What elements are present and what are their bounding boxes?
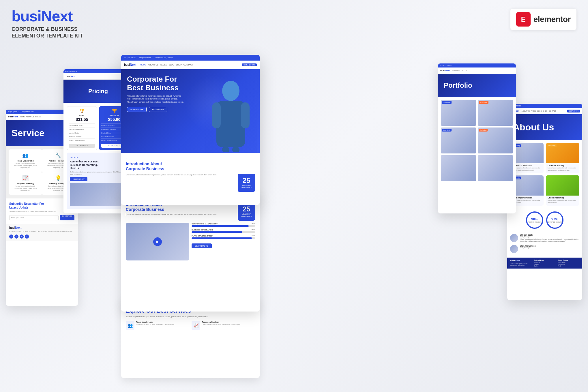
hero-section: Corporate For Best Business Nulla aspert… bbox=[121, 69, 260, 153]
about-top-bar: +01 (377) 3569 12 bbox=[507, 104, 582, 108]
linkedin-icon[interactable]: li bbox=[25, 235, 29, 239]
get-quote-button[interactable]: GET A QUOTE bbox=[242, 63, 257, 66]
twitter-icon[interactable]: t bbox=[14, 235, 18, 239]
about-header: About Us bbox=[507, 114, 582, 140]
elementor-text: elementor bbox=[533, 15, 571, 24]
skill-fill bbox=[192, 225, 249, 227]
nav-items: HOME ABOUT US PAGES BLOG SHOP CONTACT bbox=[140, 64, 193, 66]
skill-row: CORPORATING MANAGEMENT 90% bbox=[192, 223, 255, 227]
skill-bar: 80% bbox=[192, 231, 255, 233]
pricing-title: Pricing bbox=[88, 88, 108, 95]
svg-rect-2 bbox=[212, 102, 221, 128]
service-item: 📈 Progress Strategy Lorem ipsum dolor si… bbox=[9, 172, 42, 195]
years-experience: 25 YEARS OFEXPERIENCE bbox=[238, 174, 255, 192]
pricing-basic: 🏆 BASIC $31.55 Backup And Sync Limited O… bbox=[67, 106, 97, 150]
basic-features: Backup And Sync Limited Of Budgets Limit… bbox=[69, 123, 95, 141]
hero-nav: busiNext HOME ABOUT US PAGES BLOG SHOP C… bbox=[121, 61, 260, 69]
testimonial-item: William Scott CEO, Manager "Quod blandit… bbox=[510, 234, 579, 243]
service-title: Service bbox=[12, 128, 44, 138]
brand-tagline: CORPORATE & BUSINESS ELEMENTOR TEMPLATE … bbox=[12, 26, 83, 40]
basic-icon: 🏆 bbox=[69, 109, 95, 113]
learn-more-button[interactable]: LEARN MORE bbox=[127, 107, 147, 112]
service-item: 👥 Team Leadership Lorem ipsum dolor sit … bbox=[9, 149, 42, 172]
years-badge: 25 YEARS OFEXPERIENCE bbox=[238, 202, 255, 221]
portfolio-title: Portfolio bbox=[444, 81, 472, 89]
pricing-columns: 🏆 BASIC $31.55 Backup And Sync Limited O… bbox=[67, 106, 129, 150]
business-intro-card: 〜〜〜 Introduction About Corporate Busines… bbox=[121, 190, 260, 312]
stat-positive-reviews: 90% POSITIVE REVIEWS bbox=[526, 211, 543, 229]
basic-get-started-button[interactable]: GET STARTED bbox=[69, 144, 95, 148]
skill-row: BUSINESS INTEGRATION 80% bbox=[192, 229, 255, 233]
portfolio-top-bar: +01 (377) 3569 12 bbox=[438, 63, 516, 67]
skill-fill bbox=[192, 231, 242, 233]
newsletter-input[interactable] bbox=[9, 215, 59, 220]
about-footer: busiNext Lorem ipsum dolor sit amet, con… bbox=[507, 258, 582, 269]
testimonials-section: William Scott CEO, Manager "Quod blandit… bbox=[507, 232, 582, 258]
about-card: +01 (377) 3569 12 busiNext ABOUT US PAGE… bbox=[507, 104, 582, 300]
hire-us-button[interactable]: HIRE US NOW bbox=[70, 177, 87, 181]
about-item: Online Marketing Lorem ipsum dolor sit a… bbox=[546, 175, 579, 205]
hero-card: +01 (377) 3569 12 info@domain.com 3148 K… bbox=[121, 55, 260, 205]
facebook-icon[interactable]: f bbox=[9, 235, 13, 239]
hero-lower: 〜〜〜 Introduction About Corporate Busines… bbox=[121, 153, 260, 202]
newsletter-subscribe-button[interactable]: SUBSCRIBE bbox=[60, 215, 74, 220]
elementor-icon: E bbox=[516, 12, 531, 27]
about-item-img: Advertising bbox=[546, 143, 579, 163]
about-item-img bbox=[546, 175, 579, 196]
instagram-icon[interactable]: in bbox=[20, 235, 24, 239]
testimonial-item: Well Allowances CEO, Manager bbox=[510, 245, 579, 253]
stat-satisfied-clients: 97% SATISFIED CLIENTS bbox=[546, 211, 563, 229]
portfolio-item: Counseling bbox=[441, 100, 476, 126]
skill-row: PLANS IMPLEMENTATION 95% bbox=[192, 235, 255, 239]
about-grid: Counseling Creation & Selection Lorem ip… bbox=[507, 140, 582, 209]
about-quote-btn[interactable]: GET A QUOTE bbox=[567, 110, 580, 112]
svg-rect-5 bbox=[232, 147, 239, 152]
top-bar: busiNext CORPORATE & BUSINESS ELEMENTOR … bbox=[12, 9, 576, 40]
hire-image bbox=[70, 183, 126, 206]
footer-logo: busiNext bbox=[9, 226, 74, 229]
skills-section: CORPORATING MANAGEMENT 90% BUSINESS INTE… bbox=[192, 223, 255, 260]
progress-icon: 📈 bbox=[192, 321, 200, 330]
portfolio-item: Marketing bbox=[478, 127, 513, 153]
skill-bar: 90% bbox=[192, 225, 255, 227]
footer-mini: busiNext Lorem ipsum dolor sit amet, con… bbox=[6, 224, 78, 241]
svg-rect-3 bbox=[241, 102, 250, 128]
portfolio-item: Advertising bbox=[478, 100, 513, 126]
portfolio-grid: Counseling Advertising Ux projects Marke… bbox=[438, 97, 516, 184]
skill-bar: 95% bbox=[192, 237, 255, 239]
learn-more-button[interactable]: LEARN MORE bbox=[192, 243, 212, 248]
services-grid: 👥 Team Leadership Lorem ipsum dolor sit … bbox=[126, 321, 255, 330]
footer-social: f t in li bbox=[9, 235, 74, 239]
brand-section: busiNext CORPORATE & BUSINESS ELEMENTOR … bbox=[12, 9, 83, 40]
service-item: 👥 Team Leadership Lorem ipsum dolor sit … bbox=[126, 321, 189, 330]
portfolio-nav: busiNext ABOUT US PAGES bbox=[438, 67, 516, 74]
play-button[interactable]: ▶ bbox=[153, 237, 162, 246]
progress-icon: 📈 bbox=[12, 175, 39, 181]
cards-container: +01 (377) 3569 12 info@domain.com busiNe… bbox=[0, 52, 588, 392]
contact-nav-item[interactable]: CONTACT bbox=[183, 64, 193, 66]
stats-row: 90% POSITIVE REVIEWS 97% SATISFIED CLIEN… bbox=[507, 209, 582, 232]
brand-logo: busiNext bbox=[12, 9, 83, 24]
portfolio-card: +01 (377) 3569 12 busiNext ABOUT US PAGE… bbox=[438, 63, 516, 213]
team-icon: 👥 bbox=[12, 152, 39, 159]
about-title: About Us bbox=[513, 122, 554, 133]
hero-top-bar: +01 (377) 3569 12 info@domain.com 3148 K… bbox=[121, 55, 260, 61]
portfolio-item bbox=[441, 155, 476, 181]
hero-title: Corporate For Best Business bbox=[127, 75, 190, 92]
elementor-badge: E elementor bbox=[510, 9, 576, 30]
hire-title: Remember Us For Best Business Corporatin… bbox=[70, 160, 126, 170]
svg-rect-4 bbox=[222, 147, 229, 152]
about-item: Advertising Launch Campaign Lorem ipsum … bbox=[546, 143, 579, 173]
testimonial-avatar bbox=[510, 234, 518, 242]
testimonial-avatar bbox=[510, 245, 518, 253]
service-item: 📈 Progress Strategy Lorem ipsum dolor si… bbox=[192, 321, 255, 330]
portfolio-header: Portfolio bbox=[438, 74, 516, 97]
bi-image-row: ▶ CORPORATING MANAGEMENT 90% BUSINESS IN… bbox=[126, 223, 255, 260]
follow-us-button[interactable]: FOLLOW US bbox=[149, 107, 167, 112]
hero-buttons: LEARN MORE FOLLOW US bbox=[127, 107, 254, 112]
team-icon: 👥 bbox=[126, 321, 134, 330]
portfolio-item bbox=[478, 155, 513, 181]
svg-point-0 bbox=[222, 81, 239, 101]
bi-image: ▶ bbox=[126, 223, 189, 260]
about-nav: busiNext ABOUT US PAGES BLOG SHOP CONTAC… bbox=[507, 108, 582, 114]
